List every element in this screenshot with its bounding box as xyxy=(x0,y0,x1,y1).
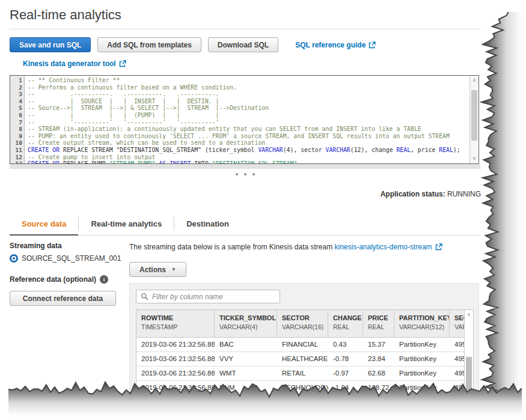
reference-data-label: Reference data (optional) xyxy=(10,275,96,284)
code-line: -- .----------. .----------. .----------… xyxy=(28,91,469,98)
code-line: CREATE OR REPLACE PUMP "STREAM_PUMP" AS … xyxy=(28,160,469,163)
table-cell: FINANCIAL xyxy=(277,338,328,352)
table-cell: 15.37 xyxy=(363,338,394,352)
table-row[interactable]: 2019-03-06 21:32:56.882BNMTECHNOLOGY-1.6… xyxy=(136,381,473,395)
column-header: PRICEREAL xyxy=(363,310,394,337)
column-header: ROWTIMETIMESTAMP xyxy=(136,310,215,337)
table-cell: PartitionKey xyxy=(394,381,450,395)
column-header: TICKER_SYMBOLVARCHAR(4) xyxy=(215,310,277,337)
source-data-panel: ROWTIMETIMESTAMPTICKER_SYMBOLVARCHAR(4)S… xyxy=(129,283,479,402)
external-link-icon xyxy=(435,243,442,251)
data-table: ROWTIMETIMESTAMPTICKER_SYMBOLVARCHAR(4)S… xyxy=(136,309,474,395)
application-status-value: RUNNING xyxy=(447,190,481,198)
demo-stream-link[interactable]: kinesis-analytics-demo-stream xyxy=(335,243,442,251)
actions-dropdown-button[interactable]: Actions ▼ xyxy=(129,262,186,277)
table-cell: -1.64 xyxy=(328,381,363,395)
table-cell: PartitionKey xyxy=(394,367,450,380)
table-cell: BNM xyxy=(215,381,277,395)
tab-real-time-analytics[interactable]: Real-time analytics xyxy=(79,213,174,235)
table-scrollbar[interactable]: ∧ xyxy=(464,310,473,394)
table-cell: -0.97 xyxy=(328,367,363,380)
table-cell: 2019-03-06 21:32:56.882 xyxy=(136,338,215,352)
code-line: CREATE OR REPLACE STREAM "DESTINATION_SQ… xyxy=(28,147,469,154)
table-row[interactable]: 2019-03-06 21:32:56.882WMTRETAIL-0.9762.… xyxy=(136,367,473,381)
table-cell: 4955 xyxy=(450,338,465,352)
table-cell: VVY xyxy=(215,352,277,366)
info-icon[interactable]: i xyxy=(100,275,108,284)
code-line: -- Performs a continuous filter based on… xyxy=(28,84,469,91)
editor-scrollbar[interactable]: ∧ ∨ xyxy=(469,76,479,163)
column-header: SECTORVARCHAR(16) xyxy=(277,310,328,337)
table-cell: 2019-03-06 21:32:56.882 xyxy=(136,367,215,380)
code-line: -- | | | (PUMP) | | | xyxy=(28,112,469,119)
table-header: ROWTIMETIMESTAMPTICKER_SYMBOLVARCHAR(4)S… xyxy=(136,310,473,338)
sql-reference-guide-label: SQL reference guide xyxy=(295,41,365,49)
table-body: 2019-03-06 21:32:56.882BACFINANCIAL0.431… xyxy=(136,338,473,395)
demo-stream-link-label: kinesis-analytics-demo-stream xyxy=(335,243,432,251)
table-cell: TECHNOLOGY xyxy=(277,381,328,395)
streaming-data-label: Streaming data xyxy=(10,242,129,250)
real-time-analytics-page: Real-time analytics Save and run SQL Add… xyxy=(0,0,493,402)
code-line: -- Create output stream, which can be us… xyxy=(28,139,469,147)
external-link-icon xyxy=(119,60,126,67)
title-divider xyxy=(10,29,481,29)
table-cell: -0.78 xyxy=(328,352,363,366)
table-cell: 4955 xyxy=(450,352,465,366)
table-cell: PartitionKey xyxy=(394,338,450,352)
toolbar: Save and run SQL Add SQL from templates … xyxy=(10,37,493,52)
kinesis-data-generator-tool-label: Kinesis data generator tool xyxy=(23,59,116,68)
table-cell: 2019-03-06 21:32:56.882 xyxy=(136,352,215,366)
scroll-up-icon[interactable]: ∧ xyxy=(465,312,473,318)
download-sql-button[interactable]: Download SQL xyxy=(208,37,278,52)
editor-resize-handle[interactable] xyxy=(10,171,480,175)
content-area: Streaming data SOURCE_SQL_STREAM_001 Ref… xyxy=(10,242,481,402)
application-status-label: Application status: xyxy=(381,190,445,198)
table-cell: WMT xyxy=(215,367,277,380)
table-row[interactable]: 2019-03-06 21:32:56.882BACFINANCIAL0.431… xyxy=(136,338,473,352)
left-panel: Streaming data SOURCE_SQL_STREAM_001 Ref… xyxy=(10,242,129,402)
code-line: -- STREAM (in-application): a continuous… xyxy=(28,126,469,133)
scrollbar-thumb[interactable] xyxy=(466,357,472,393)
sql-editor[interactable]: 12345678910111213 -- ** Continuous Filte… xyxy=(10,75,479,164)
table-cell: 2019-03-06 21:32:56.882 xyxy=(136,381,215,395)
filter-input[interactable] xyxy=(136,290,280,303)
table-row[interactable]: 2019-03-06 21:32:56.882VVYHEALTHCARE-0.7… xyxy=(136,352,473,367)
add-sql-from-templates-button[interactable]: Add SQL from templates xyxy=(97,37,201,52)
table-cell: 62.68 xyxy=(363,367,394,380)
code-line: -- ** Continuous Filter ** xyxy=(28,77,469,84)
sample-description: The streaming data below is a sample fro… xyxy=(129,243,481,251)
scroll-down-icon[interactable]: ∨ xyxy=(470,156,479,162)
connect-reference-data-button[interactable]: Connect reference data xyxy=(10,291,116,306)
chevron-down-icon: ▼ xyxy=(171,267,176,272)
right-panel: The streaming data below is a sample fro… xyxy=(129,242,481,402)
column-header: CHANGEREAL xyxy=(328,310,363,337)
table-cell: BAC xyxy=(215,338,277,352)
table-cell: HEALTHCARE xyxy=(277,352,328,366)
table-cell: 188.72 xyxy=(363,381,394,395)
table-cell: RETAIL xyxy=(277,367,328,380)
editor-code[interactable]: -- ** Continuous Filter **-- Performs a … xyxy=(25,76,469,163)
column-header: PARTITION_KEYVARCHAR(512) xyxy=(394,310,450,337)
tab-source-data[interactable]: Source data xyxy=(10,213,78,236)
external-link-icon xyxy=(369,41,376,49)
scroll-up-icon[interactable]: ∧ xyxy=(470,78,479,84)
column-header: SEQUENCE_NUMBERVARCHAR(128) xyxy=(450,310,465,337)
stream-option-label: SOURCE_SQL_STREAM_001 xyxy=(22,254,121,263)
scrollbar-thumb[interactable] xyxy=(471,90,477,141)
editor-resize-bar[interactable] xyxy=(10,164,480,169)
sql-reference-guide-link[interactable]: SQL reference guide xyxy=(295,41,376,49)
kinesis-data-generator-tool-link[interactable]: Kinesis data generator tool xyxy=(23,59,126,68)
stream-radio-button[interactable] xyxy=(10,254,18,263)
tab-destination[interactable]: Destination xyxy=(174,213,241,235)
table-cell: 0.43 xyxy=(328,338,363,352)
sample-text: The streaming data below is a sample fro… xyxy=(129,243,332,251)
actions-label: Actions xyxy=(139,266,166,274)
table-cell: 4955 xyxy=(450,367,465,380)
editor-gutter: 12345678910111213 xyxy=(10,76,25,163)
search-icon xyxy=(141,293,148,300)
code-line: -- Create pump to insert into output xyxy=(28,154,469,161)
table-cell: PartitionKey xyxy=(394,352,450,366)
save-and-run-sql-button[interactable]: Save and run SQL xyxy=(10,37,91,52)
table-cell: 4955 xyxy=(450,381,465,395)
page-title: Real-time analytics xyxy=(10,7,493,23)
